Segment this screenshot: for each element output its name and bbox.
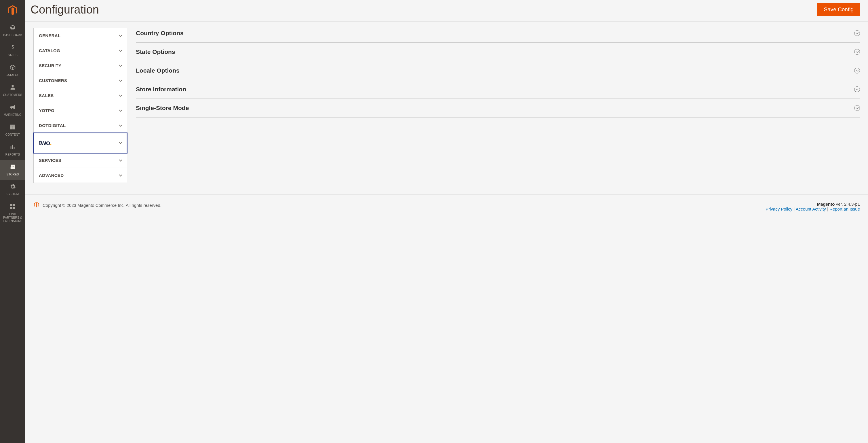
person-icon — [9, 84, 16, 92]
layout-icon — [9, 124, 16, 132]
expand-icon — [854, 68, 860, 73]
nav-reports[interactable]: REPORTS — [0, 140, 25, 160]
admin-sidebar: DASHBOARDSALESCATALOGCUSTOMERSMARKETINGC… — [0, 0, 25, 443]
config-content: GENERALCATALOGSECURITYCUSTOMERSSALESYOTP… — [25, 22, 868, 195]
privacy-policy-link[interactable]: Privacy Policy — [766, 207, 792, 211]
save-config-button[interactable]: Save Config — [817, 3, 860, 16]
chevron-down-icon — [119, 173, 122, 176]
page-footer: Copyright © 2023 Magento Commerce Inc. A… — [25, 195, 868, 218]
svg-marker-1 — [11, 7, 14, 15]
main-content: Configuration Save Config GENERALCATALOG… — [25, 0, 868, 443]
nav-label: REPORTS — [5, 153, 20, 156]
report-issue-link[interactable]: Report an Issue — [830, 207, 860, 211]
gauge-icon — [9, 25, 16, 33]
megaphone-icon — [9, 104, 16, 112]
expand-icon — [854, 49, 860, 55]
footer-magento-logo-icon — [33, 202, 40, 209]
section-title: State Options — [136, 49, 175, 55]
chart-icon — [9, 144, 16, 152]
chevron-down-icon — [119, 49, 122, 52]
config-tab-services[interactable]: SERVICES — [34, 153, 127, 168]
nav-label: CONTENT — [5, 133, 20, 137]
nav-content[interactable]: CONTENT — [0, 120, 25, 140]
config-tab-two[interactable]: two. — [34, 133, 127, 153]
section-state[interactable]: State Options — [136, 42, 860, 61]
nav-label: DASHBOARD — [3, 34, 22, 37]
config-tab-label: CUSTOMERS — [39, 78, 67, 83]
nav-system[interactable]: SYSTEM — [0, 180, 25, 200]
nav-catalog[interactable]: CATALOG — [0, 61, 25, 81]
section-store_info[interactable]: Store Information — [136, 80, 860, 99]
nav-label: CUSTOMERS — [3, 93, 22, 97]
config-tab-advanced[interactable]: ADVANCED — [34, 168, 127, 183]
chevron-down-icon — [119, 158, 122, 161]
footer-left: Copyright © 2023 Magento Commerce Inc. A… — [33, 202, 161, 209]
chevron-down-icon — [119, 33, 122, 37]
footer-right: Magento ver. 2.4.3-p1 Privacy Policy | A… — [766, 202, 860, 211]
section-title: Single-Store Mode — [136, 105, 189, 112]
nav-label: SYSTEM — [7, 193, 19, 196]
dollar-icon — [9, 45, 16, 52]
config-tab-general[interactable]: GENERAL — [34, 28, 127, 43]
config-tab-label: CATALOG — [39, 48, 60, 53]
chevron-down-icon — [119, 141, 122, 144]
nav-find_partners[interactable]: FIND PARTNERS & EXTENSIONS — [0, 200, 25, 227]
page-title: Configuration — [31, 3, 99, 16]
config-tab-label: GENERAL — [39, 33, 60, 38]
config-tab-label: SERVICES — [39, 158, 61, 163]
config-sections: Country OptionsState OptionsLocale Optio… — [136, 28, 860, 118]
config-tab-label: SECURITY — [39, 63, 61, 68]
page-header: Configuration Save Config — [25, 0, 868, 22]
chevron-down-icon — [119, 63, 122, 66]
magento-logo[interactable] — [0, 0, 25, 21]
config-tabs: GENERALCATALOGSECURITYCUSTOMERSSALESYOTP… — [33, 28, 127, 183]
box-icon — [9, 64, 16, 72]
config-tab-label: two. — [39, 139, 52, 147]
section-country[interactable]: Country Options — [136, 28, 860, 42]
section-locale[interactable]: Locale Options — [136, 61, 860, 80]
svg-marker-3 — [36, 203, 37, 207]
chevron-down-icon — [119, 78, 122, 82]
version-product: Magento — [817, 202, 835, 207]
nav-sales[interactable]: SALES — [0, 41, 25, 61]
nav-marketing[interactable]: MARKETING — [0, 100, 25, 120]
section-title: Locale Options — [136, 67, 180, 74]
nav-dashboard[interactable]: DASHBOARD — [0, 21, 25, 41]
config-tab-dotdigital[interactable]: DOTDIGITAL — [34, 118, 127, 133]
chevron-down-icon — [119, 93, 122, 96]
expand-icon — [854, 30, 860, 36]
footer-separator: | — [794, 207, 796, 211]
config-tab-customers[interactable]: CUSTOMERS — [34, 73, 127, 88]
chevron-down-icon — [119, 108, 122, 112]
account-activity-link[interactable]: Account Activity — [796, 207, 826, 211]
config-tab-security[interactable]: SECURITY — [34, 58, 127, 73]
chevron-down-icon — [119, 123, 122, 126]
expand-icon — [854, 86, 860, 92]
expand-icon — [854, 105, 860, 111]
config-tab-label: ADVANCED — [39, 173, 64, 178]
section-title: Country Options — [136, 30, 184, 37]
section-single_store[interactable]: Single-Store Mode — [136, 99, 860, 118]
config-tab-label: YOTPO — [39, 108, 54, 113]
gear-icon — [9, 183, 16, 191]
version-number: ver. 2.4.3-p1 — [836, 202, 860, 207]
config-tab-sales[interactable]: SALES — [34, 88, 127, 103]
config-tab-label: SALES — [39, 93, 54, 98]
nav-label: MARKETING — [4, 113, 22, 117]
footer-separator: | — [827, 207, 830, 211]
nav-label: FIND PARTNERS & EXTENSIONS — [1, 213, 24, 223]
nav-customers[interactable]: CUSTOMERS — [0, 81, 25, 100]
section-title: Store Information — [136, 86, 186, 93]
nav-label: SALES — [8, 54, 18, 57]
magento-logo-icon — [7, 5, 19, 16]
nav-stores[interactable]: STORES — [0, 160, 25, 180]
config-tab-label: DOTDIGITAL — [39, 123, 66, 128]
nav-label: STORES — [7, 173, 19, 176]
copyright-text: Copyright © 2023 Magento Commerce Inc. A… — [42, 203, 161, 208]
blocks-icon — [9, 203, 16, 211]
config-tab-catalog[interactable]: CATALOG — [34, 43, 127, 58]
config-tab-yotpo[interactable]: YOTPO — [34, 103, 127, 118]
nav-label: CATALOG — [6, 73, 20, 77]
store-icon — [9, 164, 16, 172]
